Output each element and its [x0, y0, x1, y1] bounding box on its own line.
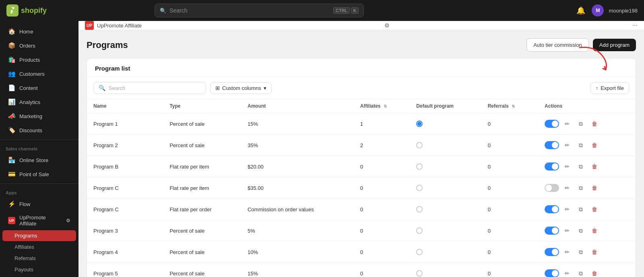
cell-affiliates: 0 [354, 199, 410, 220]
edit-icon[interactable]: ✏ [561, 140, 573, 151]
program-toggle[interactable] [545, 162, 559, 171]
copy-icon[interactable]: ⧉ [575, 182, 586, 194]
sidebar-item-customers[interactable]: 👥 Customers [2, 67, 76, 81]
sidebar-item-content[interactable]: 📄 Content [2, 81, 76, 95]
edit-icon[interactable]: ✏ [561, 225, 573, 236]
online-store-icon: 🏪 [8, 156, 15, 164]
copy-icon[interactable]: ⧉ [575, 246, 586, 258]
copy-icon[interactable]: ⧉ [575, 161, 586, 172]
edit-icon[interactable]: ✏ [561, 268, 573, 277]
sidebar-item-label: Discounts [19, 127, 42, 133]
delete-icon[interactable]: 🗑 [589, 161, 600, 172]
cell-affiliates: 0 [354, 242, 410, 263]
program-search-box[interactable]: 🔍 [93, 82, 206, 94]
cell-actions: ✏ ⧉ 🗑 [538, 242, 636, 263]
more-options-icon[interactable]: ··· [632, 22, 638, 29]
auto-tier-button[interactable]: Auto tier commission [526, 38, 589, 52]
sidebar-item-discounts[interactable]: 🏷️ Discounts [2, 123, 76, 137]
sidebar-item-orders[interactable]: 📦 Orders [2, 39, 76, 52]
apps-header: Apps [0, 186, 78, 197]
default-radio[interactable] [416, 249, 423, 255]
cell-name: Program 3 [87, 220, 163, 242]
edit-icon[interactable]: ✏ [561, 182, 573, 194]
sidebar-sub-programs[interactable]: Programs [2, 230, 76, 241]
default-radio[interactable] [416, 227, 423, 234]
col-affiliates[interactable]: Affiliates ⇅ [354, 99, 410, 113]
sidebar-sub-affiliates[interactable]: Affiliates [2, 242, 76, 252]
card-title: Program list [95, 65, 130, 72]
cell-referrals: 0 [481, 177, 538, 199]
topbar-right: 🔔 M moonpie198 [575, 4, 638, 17]
breadcrumb-icon: UP [85, 21, 94, 30]
delete-icon[interactable]: 🗑 [589, 246, 600, 258]
default-radio[interactable] [416, 163, 423, 170]
default-radio[interactable] [416, 270, 423, 277]
program-toggle[interactable] [545, 205, 559, 213]
program-toggle[interactable] [545, 120, 559, 128]
sidebar-sub-referrals[interactable]: Referrals [2, 253, 76, 264]
default-radio[interactable] [416, 142, 423, 148]
search-input[interactable] [169, 7, 330, 14]
sidebar-item-label: Customers [19, 71, 45, 77]
export-button[interactable]: ↑ Export file [590, 82, 629, 94]
cell-affiliates: 0 [354, 156, 410, 177]
cell-name: Program B [87, 156, 163, 177]
program-search-input[interactable] [109, 85, 201, 91]
edit-icon[interactable]: ✏ [561, 161, 573, 172]
edit-icon[interactable]: ✏ [561, 246, 573, 258]
edit-icon[interactable]: ✏ [561, 118, 573, 129]
cell-amount: 10% [241, 242, 354, 263]
products-icon: 🛍️ [8, 56, 15, 63]
sidebar-item-uppromote[interactable]: UP UpPromote Affiliate ⚙ [2, 211, 76, 230]
sidebar-item-point-of-sale[interactable]: 💳 Point of Sale [2, 167, 76, 181]
delete-icon[interactable]: 🗑 [589, 118, 600, 129]
sidebar-item-label: Online Store [19, 157, 48, 163]
cell-default [410, 113, 481, 135]
sidebar-item-online-store[interactable]: 🏪 Online Store [2, 153, 76, 167]
copy-icon[interactable]: ⧉ [575, 268, 586, 277]
copy-icon[interactable]: ⧉ [575, 140, 586, 151]
table-body: Program 1 Percent of sale 15% 1 0 ✏ ⧉ 🗑 … [87, 113, 636, 277]
sidebar-item-products[interactable]: 🛍️ Products [2, 53, 76, 67]
default-radio[interactable] [416, 185, 423, 191]
page-header: Programs Auto tier commission Add progra… [87, 38, 636, 52]
search-icon: 🔍 [160, 8, 166, 14]
copy-icon[interactable]: ⧉ [575, 204, 586, 215]
program-toggle[interactable] [545, 269, 559, 277]
sidebar-sub-payouts[interactable]: Payouts [2, 264, 76, 275]
cell-type: Percent of sale [163, 242, 241, 263]
edit-icon[interactable]: ✏ [561, 204, 573, 215]
cell-affiliates: 1 [354, 113, 410, 135]
delete-icon[interactable]: 🗑 [589, 225, 600, 236]
sidebar-item-flow[interactable]: ⚡ Flow [2, 197, 76, 211]
username: moonpie198 [609, 8, 638, 14]
sidebar-item-analytics[interactable]: 📊 Analytics [2, 95, 76, 109]
delete-icon[interactable]: 🗑 [589, 182, 600, 194]
delete-icon[interactable]: 🗑 [589, 140, 600, 151]
program-toggle[interactable] [545, 141, 559, 149]
sidebar-sub-motivation[interactable]: Motivation [2, 275, 76, 277]
settings-icon[interactable]: ⚙ [384, 22, 390, 29]
delete-icon[interactable]: 🗑 [589, 204, 600, 215]
cell-actions: ✏ ⧉ 🗑 [538, 199, 636, 220]
col-referrals[interactable]: Referrals ⇅ [481, 99, 538, 113]
copy-icon[interactable]: ⧉ [575, 118, 586, 129]
notification-button[interactable]: 🔔 [575, 4, 587, 17]
search-bar[interactable]: 🔍 CTRL K [155, 4, 364, 17]
cell-amount: Commission on order values [241, 199, 354, 220]
cell-amount: 5% [241, 220, 354, 242]
program-toggle[interactable] [545, 184, 559, 192]
add-program-button[interactable]: Add program [593, 39, 636, 51]
sidebar-item-marketing[interactable]: 📣 Marketing [2, 109, 76, 123]
program-toggle[interactable] [545, 227, 559, 235]
default-radio[interactable] [416, 206, 423, 212]
copy-icon[interactable]: ⧉ [575, 225, 586, 236]
program-toggle[interactable] [545, 248, 559, 256]
cell-amount: 35% [241, 135, 354, 156]
program-list-card: Program list 🔍 ⊞ Custom columns ▾ [87, 58, 636, 277]
delete-icon[interactable]: 🗑 [589, 268, 600, 277]
default-radio[interactable] [416, 121, 423, 127]
sidebar-item-home[interactable]: 🏠 Home [2, 25, 76, 38]
custom-columns-button[interactable]: ⊞ Custom columns ▾ [210, 82, 272, 94]
cell-default [410, 199, 481, 220]
